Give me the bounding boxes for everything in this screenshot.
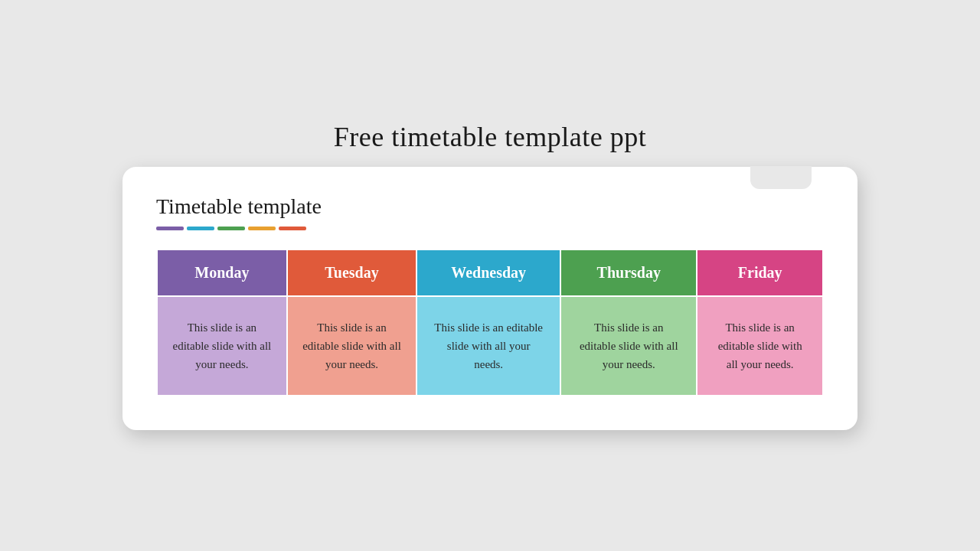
color-bars xyxy=(156,227,824,230)
cell-tuesday: This slide is an editable slide with all… xyxy=(287,296,416,396)
color-bar-orange xyxy=(248,227,276,230)
cell-monday: This slide is an editable slide with all… xyxy=(157,296,287,396)
timetable: Monday Tuesday Wednesday Thursday Friday… xyxy=(156,249,824,396)
table-header-row: Monday Tuesday Wednesday Thursday Friday xyxy=(157,249,823,296)
header-wednesday: Wednesday xyxy=(416,249,560,296)
header-monday: Monday xyxy=(157,249,287,296)
slide-title: Timetable template xyxy=(156,194,824,219)
color-bar-red xyxy=(279,227,306,230)
slide-card: Timetable template Monday Tuesday Wednes… xyxy=(122,167,858,430)
cell-thursday: This slide is an editable slide with all… xyxy=(560,296,697,396)
cell-friday: This slide is an editable slide with all… xyxy=(697,296,823,396)
header-friday: Friday xyxy=(697,249,823,296)
page-title: Free timetable template ppt xyxy=(334,121,646,153)
header-tuesday: Tuesday xyxy=(287,249,416,296)
cell-wednesday: This slide is an editable slide with all… xyxy=(416,296,560,396)
color-bar-blue xyxy=(187,227,214,230)
color-bar-purple xyxy=(156,227,184,230)
header-thursday: Thursday xyxy=(560,249,697,296)
table-body-row: This slide is an editable slide with all… xyxy=(157,296,823,396)
color-bar-green xyxy=(217,227,245,230)
